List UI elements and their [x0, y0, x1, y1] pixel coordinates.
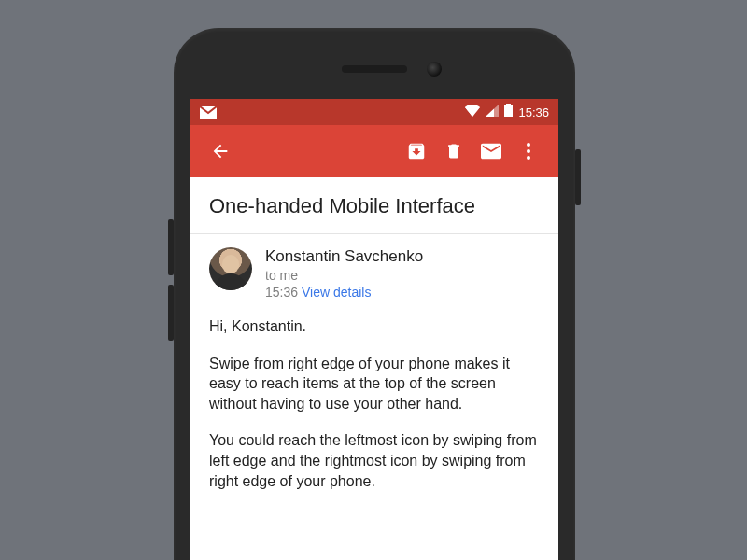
sender-row: Konstantin Savchenko to me 15:36 View de…	[190, 234, 558, 307]
email-time: 15:36	[265, 285, 298, 300]
sender-name: Konstantin Savchenko	[265, 247, 423, 266]
svg-point-2	[527, 156, 530, 160]
volume-up-button[interactable]	[168, 219, 174, 275]
archive-button[interactable]	[398, 133, 435, 170]
back-button[interactable]	[202, 133, 239, 170]
svg-point-0	[527, 143, 530, 147]
gmail-notification-icon	[200, 106, 217, 119]
status-bar: 15:36	[190, 99, 558, 125]
wifi-icon	[465, 104, 480, 120]
overflow-menu-button[interactable]	[510, 133, 547, 170]
body-paragraph: Swipe from right edge of your phone make…	[209, 354, 540, 414]
email-body: Hi, Konstantin. Swipe from right edge of…	[190, 307, 558, 526]
phone-camera	[427, 62, 442, 77]
view-details-link[interactable]: View details	[302, 285, 371, 300]
email-subject: One-handed Mobile Interface	[190, 177, 558, 234]
phone-speaker	[342, 65, 407, 73]
body-paragraph: Hi, Konstantin.	[209, 316, 540, 337]
delete-button[interactable]	[435, 133, 472, 170]
avatar[interactable]	[209, 247, 252, 290]
mark-unread-button[interactable]	[472, 133, 510, 170]
status-time: 15:36	[518, 105, 549, 119]
svg-point-1	[527, 149, 530, 153]
sender-to: to me	[265, 268, 423, 283]
toolbar	[190, 125, 558, 177]
phone-screen: 15:36 One-handed Mobile Interface	[190, 99, 558, 560]
power-button[interactable]	[575, 149, 581, 205]
battery-icon	[504, 104, 513, 120]
body-paragraph: You could reach the leftmost icon by swi…	[209, 430, 540, 491]
phone-frame: 15:36 One-handed Mobile Interface	[174, 28, 575, 560]
volume-down-button[interactable]	[168, 285, 174, 341]
cell-signal-icon	[486, 104, 499, 120]
